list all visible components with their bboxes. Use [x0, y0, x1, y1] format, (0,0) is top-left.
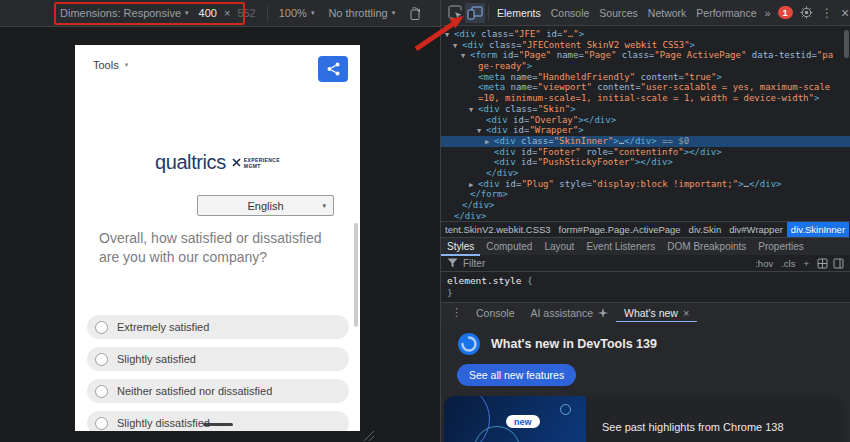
- answer-option[interactable]: Neither satisfied nor dissatisfied: [87, 379, 349, 403]
- devtools-tab-bar: Elements Console Sources Network Perform…: [441, 0, 850, 26]
- tab-styles[interactable]: Styles: [441, 238, 480, 256]
- dom-tree-row[interactable]: <meta name="viewport" content="user-scal…: [441, 82, 850, 93]
- dom-tree-row[interactable]: ▼<div class="Skin">: [441, 104, 850, 115]
- disclosure-arrow-icon[interactable]: ▶: [485, 137, 494, 148]
- dom-tree-row[interactable]: </div>: [441, 200, 850, 211]
- width-input[interactable]: 400: [199, 7, 217, 19]
- tab-computed[interactable]: Computed: [480, 238, 538, 256]
- highlights-card[interactable]: new See past highlights from Chrome 138: [444, 396, 844, 442]
- disclosure-arrow-icon[interactable]: ▼: [469, 105, 478, 116]
- dom-tree-row[interactable]: ▶<div id="Plug" style="display:block !im…: [441, 179, 850, 190]
- breadcrumb-item[interactable]: form#Page.Page.ActivePage: [555, 222, 685, 238]
- share-icon: [326, 61, 341, 77]
- tab-dom-breakpoints[interactable]: DOM Breakpoints: [661, 238, 752, 256]
- drag-handle[interactable]: [203, 423, 233, 426]
- qualtrics-logo: qualtrics EXPERIENCE MGMT: [75, 151, 360, 174]
- dimensions-select[interactable]: Dimensions: Responsive ▾: [60, 7, 189, 19]
- settings-gear-icon[interactable]: [797, 3, 817, 23]
- drawer-tab-whats-new[interactable]: What's new ×: [616, 303, 697, 323]
- dimensions-label: Dimensions: Responsive: [60, 7, 181, 19]
- dom-tree-row[interactable]: <div id="Footer" role="contentinfo"></di…: [441, 147, 850, 158]
- drawer-tab-console[interactable]: Console: [468, 303, 523, 323]
- viewport-resize-handle[interactable]: [363, 428, 375, 442]
- dom-tree-row[interactable]: ▶<div class="SkinInner">…</div> == $0: [441, 136, 850, 147]
- logo-wordmark: qualtrics: [155, 151, 226, 174]
- tab-sources[interactable]: Sources: [594, 0, 643, 26]
- breadcrumb: tent.SkinV2.webkit.CSS3 form#Page.Page.A…: [441, 221, 850, 237]
- answer-option[interactable]: Slightly dissatisfied: [87, 411, 349, 431]
- devtools-window: Dimensions: Responsive ▾ 400 × 552 100% …: [0, 0, 850, 442]
- elements-scrollbar[interactable]: [844, 30, 849, 58]
- dom-tree-row[interactable]: ▼<form id="Page" name="Page" class="Page…: [441, 50, 850, 61]
- element-style-rule[interactable]: element.style { }: [441, 272, 850, 302]
- throttling-select[interactable]: No throttling ▾: [328, 7, 395, 19]
- share-button[interactable]: [318, 56, 348, 82]
- xm-badge: EXPERIENCE MGMT: [232, 157, 280, 169]
- dom-tree-row[interactable]: =10, minimum-scale=1, initial-scale = 1,…: [441, 93, 850, 104]
- dom-tree-row[interactable]: </div>: [441, 168, 850, 179]
- tab-network[interactable]: Network: [643, 0, 692, 26]
- dom-tree-row[interactable]: ▼<div id="Wrapper">: [441, 125, 850, 136]
- breadcrumb-item[interactable]: div#Wrapper: [725, 222, 787, 238]
- tab-layout[interactable]: Layout: [538, 238, 580, 256]
- toggle-hover-state[interactable]: :hov: [751, 258, 777, 269]
- device-canvas: Tools ▾ qualtrics: [0, 28, 440, 442]
- chevron-down-icon: ▾: [392, 9, 396, 17]
- height-input[interactable]: 552: [237, 7, 255, 19]
- answer-option[interactable]: Extremely satisfied: [87, 315, 349, 339]
- radio-icon: [95, 385, 108, 398]
- chevron-down-icon: ▾: [185, 9, 189, 17]
- filter-input[interactable]: Filter: [463, 258, 485, 269]
- rotate-device-icon[interactable]: [408, 6, 422, 20]
- dom-tree-row[interactable]: <div id="PushStickyFooter"></div>: [441, 157, 850, 168]
- close-whats-new-icon[interactable]: ×: [683, 307, 689, 319]
- more-tabs-icon[interactable]: »: [761, 7, 773, 19]
- language-select[interactable]: English ▾: [197, 195, 334, 216]
- breadcrumb-item[interactable]: div.Skin: [685, 222, 726, 238]
- tab-console[interactable]: Console: [546, 0, 595, 26]
- kebab-menu-icon[interactable]: ⋮: [817, 6, 837, 20]
- breadcrumb-item-selected[interactable]: div.SkinInner: [787, 222, 849, 238]
- device-toolbar: Dimensions: Responsive ▾ 400 × 552 100% …: [0, 0, 440, 27]
- toolbar-divider: [267, 6, 268, 20]
- devtools-panel: Elements Console Sources Network Perform…: [440, 0, 850, 442]
- dom-tree-row[interactable]: </form>: [441, 189, 850, 200]
- error-count-badge[interactable]: 1: [778, 6, 793, 19]
- drawer-kebab-icon[interactable]: ⋮: [445, 306, 468, 319]
- chevron-down-icon: ▾: [311, 9, 315, 17]
- styles-sidebar-tabs: Styles Computed Layout Event Listeners D…: [441, 237, 850, 255]
- drawer-tab-bar: ⋮ Console AI assistance What's new ×: [441, 302, 850, 322]
- tab-properties[interactable]: Properties: [752, 238, 810, 256]
- question-text: Overall, how satisfied or dissatisfied a…: [99, 229, 322, 267]
- dom-tree-row[interactable]: ▼<div class="JFEContent SkinV2 webkit CS…: [441, 40, 850, 51]
- computed-panel-icon[interactable]: [833, 258, 844, 269]
- zoom-select[interactable]: 100% ▾: [279, 7, 315, 19]
- see-all-features-button[interactable]: See all new features: [457, 364, 576, 386]
- dom-tree-row[interactable]: ▼<div class="JFE" id="…">: [441, 29, 850, 40]
- new-style-rule-button[interactable]: +: [799, 258, 813, 269]
- tab-performance[interactable]: Performance: [691, 0, 761, 26]
- language-value: English: [247, 200, 283, 212]
- zoom-value: 100%: [279, 7, 307, 19]
- page-scrollbar[interactable]: [354, 223, 358, 327]
- tab-elements[interactable]: Elements: [492, 0, 546, 26]
- tab-event-listeners[interactable]: Event Listeners: [580, 238, 661, 256]
- dom-tree-row[interactable]: </div>: [441, 211, 850, 221]
- answer-option[interactable]: Slightly satisfied: [87, 347, 349, 371]
- toggle-device-toolbar-icon[interactable]: [465, 3, 485, 23]
- logo-badge-bottom: MGMT: [244, 163, 280, 169]
- highlights-illustration: new: [444, 396, 586, 442]
- toggle-class[interactable]: .cls: [777, 258, 799, 269]
- dimensions-separator: ×: [224, 7, 230, 19]
- grid-icon[interactable]: [817, 258, 828, 269]
- drawer-tab-ai-assistance[interactable]: AI assistance: [523, 303, 616, 323]
- breadcrumb-item[interactable]: tent.SkinV2.webkit.CSS3: [441, 222, 555, 238]
- whats-new-panel: What's new in DevTools 139 See all new f…: [441, 322, 850, 442]
- dom-tree-row[interactable]: ge-ready">: [441, 61, 850, 72]
- tools-menu[interactable]: Tools ▾: [93, 59, 128, 71]
- inspect-element-icon[interactable]: [445, 3, 465, 23]
- close-devtools-icon[interactable]: ×: [837, 5, 850, 21]
- dom-tree-row[interactable]: <div id="Overlay"></div>: [441, 115, 850, 126]
- dom-tree-row[interactable]: <meta name="HandheldFriendly" content="t…: [441, 72, 850, 83]
- survey-page: Tools ▾ qualtrics: [75, 45, 360, 431]
